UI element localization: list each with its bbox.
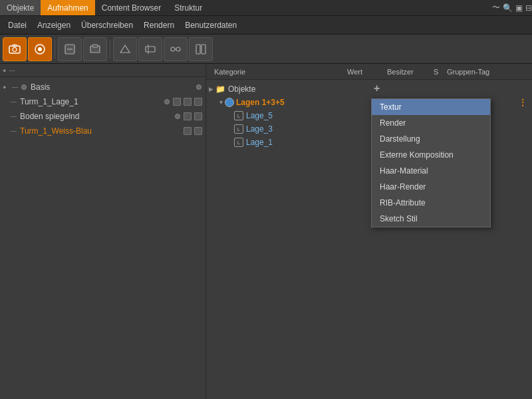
svg-rect-15 [196,45,200,54]
label-basis: Basis [31,82,50,92]
expand-objekte: ▶ [209,86,215,92]
icons-turm1 [163,98,203,106]
label-lage5: Lage_5 [246,111,273,120]
dot-basis [21,84,27,90]
icon-toolbar [0,35,532,64]
toolbar-benutzerdaten[interactable]: Benutzerdaten [180,19,242,31]
second-toolbar: Datei Anzeigen Überschreiben Rendern Ben… [0,16,532,35]
dropdown-item-haar-render[interactable]: Haar-Render [372,179,490,195]
icon-btn-render[interactable] [28,37,52,61]
svg-point-13 [176,47,180,51]
dropdown-item-textur[interactable]: Textur [372,99,490,115]
layer-sym-lage3: L [237,126,240,132]
three-dots[interactable]: ⋮ [519,98,529,107]
menu-content-browser[interactable]: Content Browser [95,0,168,15]
icons-boden [174,112,203,120]
add-tag-button[interactable]: + [371,82,382,94]
dropdown-menu: Textur Render Darstellung Externe Kompos… [371,98,491,227]
toolbar-right-icon2[interactable]: 🔍 [503,3,513,13]
dropdown-item-haar-material[interactable]: Haar-Material [372,163,490,179]
label-lage1: Lage_1 [246,138,273,147]
menu-objekte[interactable]: Objekte [0,0,41,15]
toolbar-right-icon4[interactable]: ⊟ [525,3,532,13]
label-objekte: Objekte [228,84,255,94]
menu-aufnahmen[interactable]: Aufnahmen [41,0,94,15]
object-row-turm-weiss[interactable]: — Turm_1_Weiss-Blau [0,124,205,138]
label-turm-weiss: Turm_1_Weiss-Blau [20,126,92,136]
right-header: Kategorie Wert Besitzer S Gruppen-Tag [206,64,532,80]
toolbar-right-icon1[interactable]: 〜 [492,2,500,13]
object-row-basis[interactable]: ● — Basis [0,80,205,94]
label-lagen: Lagen 1+3+5 [236,98,285,107]
separator-2 [110,40,110,59]
dash-icon-turm1: — [11,98,20,105]
main-area: ● — ● — Basis — Turm_1_Lage_1 [0,64,532,399]
icon-btn-2[interactable] [83,37,107,61]
layer-sym-lage1: L [237,140,240,146]
layer-icon-lage1: L [234,138,243,147]
col-besitzer[interactable]: Besitzer [382,68,428,76]
toolbar-anzeigen[interactable]: Anzeigen [32,19,76,31]
svg-point-12 [171,47,175,51]
label-lage3: Lage_3 [246,124,273,134]
dash-icon-weiss: — [11,128,20,134]
svg-rect-16 [201,45,205,54]
dropdown-item-sketch[interactable]: Sketch Stil [372,211,490,227]
dropdown-item-externe[interactable]: Externe Komposition [372,147,490,163]
right-panel: Kategorie Wert Besitzer S Gruppen-Tag ▶ … [206,64,532,399]
svg-rect-10 [146,47,155,52]
left-panel: ● — ● — Basis — Turm_1_Lage_1 [0,64,206,399]
tree-row-objekte[interactable]: ▶ 📁 Objekte [206,82,532,96]
icon-btn-6[interactable] [189,37,213,61]
label-boden: Boden spiegelnd [20,112,79,121]
separator-1 [55,40,55,59]
toolbar-ueberschreiben[interactable]: Überschreiben [76,19,138,31]
svg-marker-9 [120,45,130,53]
node-icon-lagen [225,98,234,107]
label-turm1: Turm_1_Lage_1 [20,97,78,106]
toolbar-right-icon3[interactable]: ▣ [515,3,523,13]
svg-point-1 [13,47,17,51]
toolbar-rendern[interactable]: Rendern [138,19,180,31]
dash-basis: — [12,84,19,90]
object-row-turm1[interactable]: — Turm_1_Lage_1 [0,94,205,109]
expand-lagen: ▼ [218,99,225,106]
layer-icon-lage3: L [234,124,243,134]
menu-struktur[interactable]: Struktur [168,0,209,15]
svg-point-4 [38,47,42,51]
col-gruppen-tag[interactable]: Gruppen-Tag [442,68,529,76]
icon-btn-4[interactable] [138,37,162,61]
menu-bar: Objekte Aufnahmen Content Browser Strukt… [0,0,532,16]
dropdown-item-rib[interactable]: RIB-Attribute [372,195,490,211]
col-s[interactable]: S [428,68,442,76]
folder-icon-objekte: 📁 [215,84,225,94]
object-list: ● — Basis — Turm_1_Lage_1 [0,77,205,141]
icon-btn-1[interactable] [58,37,82,61]
col-kategorie[interactable]: Kategorie [209,68,342,76]
object-list-header: ● — [0,64,205,77]
dash-icon-boden: — [11,113,20,120]
icon-btn-5[interactable] [164,37,188,61]
dropdown-item-render[interactable]: Render [372,115,490,131]
header-dot-icon: ● [3,67,6,74]
layer-icon-lage5: L [234,111,243,120]
svg-rect-8 [92,45,98,47]
icon-btn-3[interactable] [113,37,137,61]
toolbar-datei[interactable]: Datei [3,19,32,31]
dropdown-item-darstellung[interactable]: Darstellung [372,131,490,147]
svg-rect-0 [9,46,20,53]
dot-status-basis [195,82,203,92]
icon-btn-camera[interactable] [3,37,27,61]
header-dash: — [9,67,14,74]
icons-weiss [183,127,203,135]
object-row-boden[interactable]: — Boden spiegelnd [0,109,205,124]
col-wert[interactable]: Wert [342,68,382,76]
expand-icon-basis: ● [3,84,12,90]
layer-sym-lage5: L [237,113,240,119]
